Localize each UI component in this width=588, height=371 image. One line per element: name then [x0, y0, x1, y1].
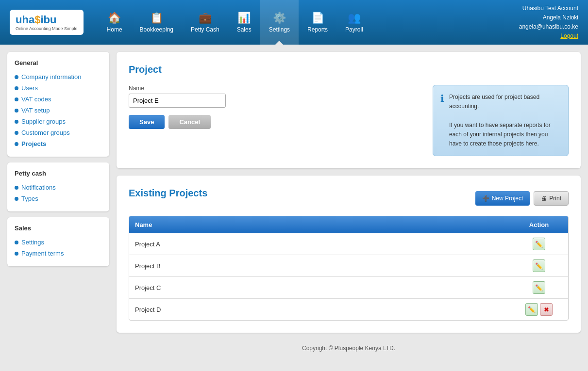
existing-projects-title: Existing Projects: [129, 188, 207, 199]
edit-button[interactable]: ✏️: [533, 259, 545, 272]
sidebar-item-sales-settings[interactable]: Settings: [15, 237, 102, 248]
edit-button[interactable]: ✏️: [533, 238, 545, 250]
sidebar-section-sales: Sales Settings Payment terms: [7, 217, 109, 266]
bullet-icon: [15, 120, 18, 124]
project-form-title: Project: [129, 64, 569, 75]
sidebar-item-supplier-groups[interactable]: Supplier groups: [15, 116, 102, 127]
bullet-icon: [15, 252, 18, 256]
nav-payroll-label: Payroll: [345, 26, 363, 33]
projects-table-container: Name Action Project A✏️Project B✏️Projec…: [129, 216, 569, 321]
sidebar-petty-cash-title: Petty cash: [15, 170, 102, 177]
new-project-button[interactable]: ➕ New Project: [475, 191, 530, 206]
logout-link[interactable]: Logout: [560, 32, 578, 39]
nav-home[interactable]: 🏠 Home: [98, 0, 131, 45]
col-name: Name: [129, 216, 510, 233]
sidebar-item-vat-setup[interactable]: VAT setup: [15, 105, 102, 116]
petty-cash-icon: 💼: [199, 12, 212, 24]
nav-payroll[interactable]: 👥 Payroll: [336, 0, 372, 45]
cancel-button[interactable]: Cancel: [168, 115, 211, 129]
table-row: Project C✏️: [129, 277, 568, 299]
action-cell: ✏️: [510, 233, 568, 255]
sidebar-item-customer-groups[interactable]: Customer groups: [15, 127, 102, 138]
main-nav: 🏠 Home 📋 Bookkeeping 💼 Petty Cash 📊 Sale…: [98, 0, 519, 45]
edit-button[interactable]: ✏️: [533, 281, 545, 294]
footer-text: Copyright © Pluspeople Kenya LTD.: [302, 345, 395, 352]
info-icon: ℹ: [440, 93, 444, 148]
bullet-icon: [15, 75, 18, 79]
bullet-icon: [15, 86, 18, 90]
logo-tagline: Online Accounting Made Simple: [16, 26, 78, 31]
bullet-icon: [15, 197, 18, 201]
sidebar-item-company-information[interactable]: Company information: [15, 71, 102, 82]
sidebar-item-notifications[interactable]: Notifications: [15, 182, 102, 193]
header: uha$ibu Online Accounting Made Simple 🏠 …: [0, 0, 588, 45]
form-section: Name Save Cancel: [129, 85, 418, 129]
sidebar-section-petty-cash: Petty cash Notifications Types: [7, 162, 109, 211]
print-button[interactable]: 🖨 Print: [534, 191, 569, 206]
sidebar-item-types[interactable]: Types: [15, 193, 102, 204]
section-header-buttons: ➕ New Project 🖨 Print: [475, 191, 569, 206]
main-layout: General Company information Users VAT co…: [0, 45, 588, 371]
bullet-icon: [15, 131, 18, 135]
table-header-row: Name Action: [129, 216, 568, 233]
user-account: Uhasibu Test Account: [519, 4, 578, 13]
nav-petty-cash[interactable]: 💼 Petty Cash: [182, 0, 228, 45]
logo: uha$ibu Online Accounting Made Simple: [10, 10, 84, 35]
bullet-icon: [15, 142, 18, 146]
logo-text: uha$ibu: [16, 14, 78, 26]
sidebar-item-users[interactable]: Users: [15, 82, 102, 94]
bullet-icon: [15, 186, 18, 190]
nav-settings[interactable]: ⚙️ Settings: [260, 0, 299, 45]
project-name-cell: Project C: [129, 277, 510, 299]
nav-sales-label: Sales: [237, 26, 252, 33]
existing-projects-card: Existing Projects ➕ New Project 🖨 Print: [117, 176, 581, 333]
form-row: Name Save Cancel ℹ Projects are used for…: [129, 85, 569, 156]
user-name: Angela Nzioki: [519, 13, 578, 22]
project-name-cell: Project B: [129, 255, 510, 277]
nav-home-label: Home: [107, 26, 122, 33]
content-area: Project Name Save Cancel ℹ Projects are …: [117, 52, 581, 364]
print-icon: 🖨: [541, 195, 547, 202]
bookkeeping-icon: 📋: [150, 12, 163, 24]
table-row: Project A✏️: [129, 233, 568, 255]
bullet-icon: [15, 109, 18, 113]
plus-icon: ➕: [482, 195, 489, 202]
project-name-cell: Project D: [129, 299, 510, 321]
col-action: Action: [510, 216, 568, 233]
sidebar-section-general: General Company information Users VAT co…: [7, 52, 109, 157]
project-form-card: Project Name Save Cancel ℹ Projects are …: [117, 52, 581, 168]
sidebar-item-payment-terms[interactable]: Payment terms: [15, 248, 102, 259]
table-row: Project B✏️: [129, 255, 568, 277]
save-button[interactable]: Save: [129, 115, 165, 129]
bullet-icon: [15, 97, 18, 101]
user-area: Uhasibu Test Account Angela Nzioki angel…: [519, 4, 578, 41]
sidebar-general-title: General: [15, 59, 102, 66]
info-box: ℹ Projects are used for project based ac…: [433, 85, 569, 156]
nav-petty-cash-label: Petty Cash: [191, 26, 219, 33]
form-buttons: Save Cancel: [129, 115, 418, 129]
nav-settings-label: Settings: [269, 26, 290, 33]
payroll-icon: 👥: [348, 12, 361, 24]
nav-bookkeeping-label: Bookkeeping: [140, 26, 173, 33]
settings-icon: ⚙️: [273, 12, 286, 24]
footer: Copyright © Pluspeople Kenya LTD.: [117, 340, 581, 356]
name-label: Name: [129, 85, 418, 92]
action-cell: ✏️: [510, 255, 568, 277]
delete-button[interactable]: ✖: [540, 303, 553, 316]
sales-icon: 📊: [237, 12, 251, 24]
project-name-cell: Project A: [129, 233, 510, 255]
user-email: angela@uhasibu.co.ke: [519, 22, 578, 32]
info-text: Projects are used for project based acco…: [449, 93, 561, 148]
sidebar-item-vat-codes[interactable]: VAT codes: [15, 94, 102, 105]
nav-bookkeeping[interactable]: 📋 Bookkeeping: [131, 0, 182, 45]
edit-button[interactable]: ✏️: [525, 303, 538, 316]
sidebar-item-projects[interactable]: Projects: [15, 138, 102, 149]
nav-reports-label: Reports: [307, 26, 328, 33]
sidebar: General Company information Users VAT co…: [7, 52, 109, 364]
nav-sales[interactable]: 📊 Sales: [228, 0, 260, 45]
project-name-input[interactable]: [129, 94, 226, 108]
action-cell: ✏️: [510, 277, 568, 299]
reports-icon: 📄: [311, 12, 324, 24]
home-icon: 🏠: [108, 12, 121, 24]
nav-reports[interactable]: 📄 Reports: [299, 0, 336, 45]
